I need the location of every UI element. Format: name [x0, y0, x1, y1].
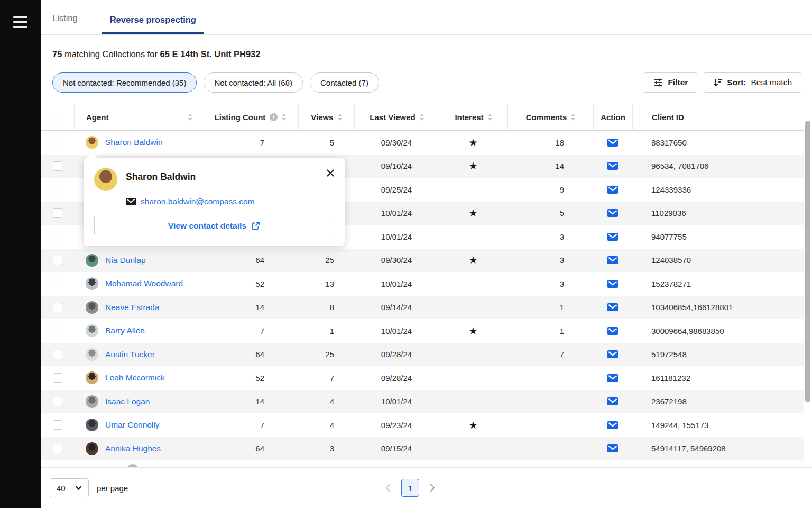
agent-name-link[interactable]: Nia Dunlap: [105, 256, 146, 265]
next-page-icon[interactable]: [429, 483, 435, 493]
agent-name-link[interactable]: Sharon Baldwin: [105, 138, 163, 147]
row-checkbox[interactable]: [53, 350, 62, 359]
col-client-id: Client ID: [652, 113, 684, 122]
info-icon[interactable]: i: [270, 113, 278, 121]
select-all-checkbox[interactable]: [53, 113, 62, 122]
popover-email-row: sharon.baldwin@compass.com: [126, 197, 334, 206]
pagination: 1: [385, 479, 435, 497]
sort-interest-icon[interactable]: [488, 114, 492, 121]
mail-icon[interactable]: [607, 256, 618, 264]
row-checkbox[interactable]: [53, 303, 62, 312]
mail-icon[interactable]: [607, 350, 618, 358]
match-count: 75: [52, 49, 62, 59]
mail-icon[interactable]: [607, 374, 618, 382]
comments-cell: [508, 437, 593, 461]
row-checkbox[interactable]: [53, 420, 62, 430]
agent-name-link[interactable]: Isaac Logan: [105, 397, 150, 406]
agent-name-link[interactable]: Leah Mccormick: [105, 373, 165, 383]
views-cell: 5: [298, 131, 354, 155]
last-viewed-cell: 09/25/24: [354, 178, 439, 202]
listing-count-cell: 64: [202, 437, 298, 461]
agent-name-link[interactable]: Barry Allen: [105, 326, 145, 335]
agent-name-link[interactable]: Mohamad Woodward: [105, 279, 183, 288]
agent-name-link[interactable]: Annika Hughes: [105, 444, 161, 453]
sort-listing-count-icon[interactable]: [282, 114, 286, 121]
sort-last-viewed-icon[interactable]: [420, 114, 424, 121]
row-checkbox[interactable]: [53, 138, 62, 147]
row-checkbox[interactable]: [53, 185, 62, 194]
table-row: Barry Allen 7 1 10/01/24 ★ 1 30009664,98…: [41, 319, 812, 343]
row-checkbox[interactable]: [53, 208, 62, 218]
agent-name-link[interactable]: Umar Connolly: [105, 420, 160, 430]
views-cell: 7: [298, 366, 354, 390]
sort-views-icon[interactable]: [338, 114, 342, 121]
mail-icon[interactable]: [607, 303, 618, 311]
client-id-cell: 88317650: [632, 131, 812, 155]
filter-button[interactable]: Filter: [644, 72, 697, 93]
sort-agent-icon[interactable]: [188, 114, 192, 121]
views-cell: 1: [298, 319, 354, 343]
row-checkbox[interactable]: [53, 279, 62, 288]
row-checkbox[interactable]: [53, 256, 62, 265]
agent-avatar: [86, 254, 98, 267]
per-page-select[interactable]: 40: [50, 478, 89, 497]
client-id-cell: 149244, 155173: [632, 413, 812, 437]
col-views: Views: [311, 113, 333, 122]
row-checkbox[interactable]: [53, 397, 62, 406]
chip-contacted[interactable]: Contacted (7): [310, 72, 379, 93]
col-last-viewed: Last Viewed: [370, 113, 415, 122]
prev-page-icon[interactable]: [385, 483, 391, 493]
scrollbar-thumb[interactable]: [805, 121, 810, 402]
mail-icon[interactable]: [607, 186, 618, 194]
row-checkbox[interactable]: [53, 373, 62, 383]
mail-icon[interactable]: [607, 280, 618, 288]
sort-comments-icon[interactable]: [571, 114, 575, 121]
agent-avatar: [86, 277, 98, 290]
hamburger-menu-icon[interactable]: [13, 16, 27, 28]
col-comments: Comments: [526, 113, 567, 122]
agent-name-link[interactable]: Austin Tucker: [105, 350, 155, 359]
current-page-button[interactable]: 1: [401, 479, 419, 497]
table-row: Neave Estrada 14 8 09/14/24 1 103406854,…: [41, 296, 812, 320]
mail-icon[interactable]: [607, 421, 618, 429]
views-cell: 4: [298, 413, 354, 437]
mail-icon[interactable]: [607, 162, 618, 170]
agent-avatar: [86, 136, 98, 149]
mail-icon[interactable]: [607, 327, 618, 335]
comments-cell: 3: [508, 225, 593, 249]
filter-button-label: Filter: [668, 78, 688, 87]
close-icon[interactable]: [326, 169, 335, 177]
mail-icon[interactable]: [607, 233, 618, 241]
star-icon: ★: [468, 161, 477, 171]
row-checkbox[interactable]: [53, 161, 62, 171]
mail-icon[interactable]: [607, 444, 618, 452]
listing-count-cell: 7: [202, 413, 298, 437]
agent-email-link[interactable]: sharon.baldwin@compass.com: [141, 197, 255, 206]
row-checkbox[interactable]: [53, 326, 62, 335]
sort-button[interactable]: Sort: Best match: [704, 72, 801, 93]
mail-icon[interactable]: [607, 139, 618, 147]
chip-not-contacted-recommended[interactable]: Not contacted: Recommended (35): [52, 72, 197, 93]
table-row-partial: [41, 460, 812, 467]
client-id-cell: 11029036: [632, 202, 812, 225]
mail-icon[interactable]: [607, 397, 618, 405]
view-contact-details-button[interactable]: View contact details: [94, 216, 334, 235]
agent-avatar: [86, 301, 98, 314]
tab-listing[interactable]: Listing: [52, 13, 78, 34]
client-id-cell: 51972548: [632, 343, 812, 367]
client-id-cell: 152378271: [632, 272, 812, 296]
row-checkbox[interactable]: [53, 444, 62, 453]
row-checkbox[interactable]: [53, 232, 62, 241]
agent-name-link[interactable]: Neave Estrada: [105, 303, 160, 312]
scrollbar-track: [804, 119, 812, 467]
views-cell: 3: [298, 437, 354, 461]
star-icon: ★: [468, 208, 477, 218]
mail-icon[interactable]: [607, 209, 618, 217]
per-page-label: per page: [97, 484, 128, 493]
col-interest: Interest: [455, 113, 483, 122]
footer: 40 per page 1: [41, 467, 812, 508]
client-id-cell: 103406854,166128801: [632, 296, 812, 320]
tab-reverse-prospecting[interactable]: Reverse prospecting: [102, 15, 204, 34]
col-listing-count: Listing Count: [215, 113, 266, 122]
chip-not-contacted-all[interactable]: Not contacted: All (68): [204, 72, 303, 93]
